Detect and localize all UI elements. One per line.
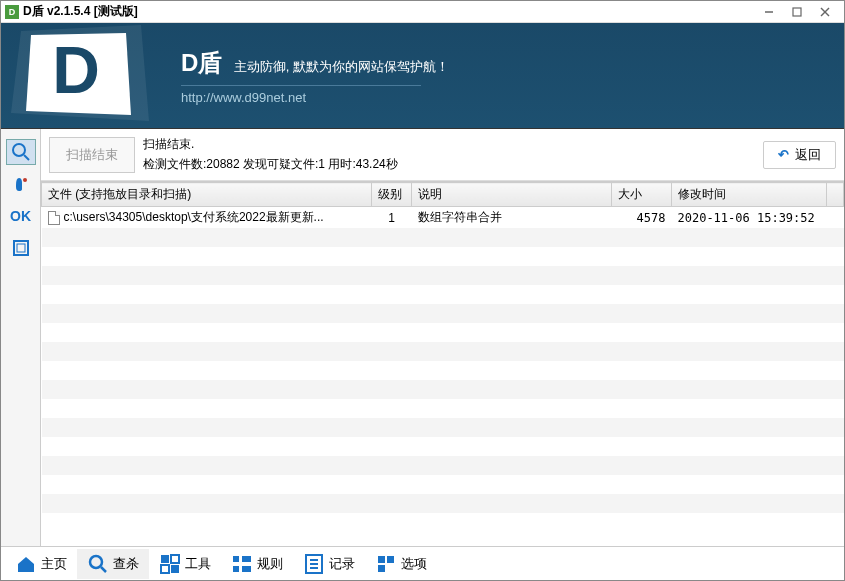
tools-icon — [159, 553, 181, 575]
svg-line-13 — [101, 567, 106, 572]
sidebar: OK — [1, 129, 41, 546]
nav-rules[interactable]: 规则 — [221, 549, 293, 579]
table-row-empty — [42, 456, 844, 475]
table-row-empty — [42, 285, 844, 304]
svg-text:D: D — [52, 33, 100, 107]
scan-button[interactable]: 扫描结束 — [49, 137, 135, 173]
table-row-empty — [42, 494, 844, 513]
col-header-size[interactable]: 大小 — [612, 183, 672, 207]
cell-file: c:\users\34305\desktop\支付系统2022最新更新... — [64, 210, 324, 224]
back-label: 返回 — [795, 146, 821, 164]
square-icon — [12, 239, 30, 257]
svg-rect-10 — [14, 241, 28, 255]
svg-point-9 — [23, 178, 27, 182]
search-icon — [11, 142, 31, 162]
table-row-empty — [42, 399, 844, 418]
svg-rect-16 — [161, 565, 169, 573]
window-title: D盾 v2.1.5.4 [测试版] — [23, 3, 762, 20]
nav-options-label: 选项 — [401, 555, 427, 573]
banner-title: D盾 — [181, 49, 222, 76]
svg-rect-28 — [378, 565, 385, 572]
nav-logs-label: 记录 — [329, 555, 355, 573]
file-icon — [48, 211, 60, 225]
nav-tools[interactable]: 工具 — [149, 549, 221, 579]
table-row-empty — [42, 418, 844, 437]
col-header-extra[interactable] — [827, 183, 844, 207]
minimize-button[interactable] — [762, 5, 776, 19]
nav-scan[interactable]: 查杀 — [77, 549, 149, 579]
col-header-time[interactable]: 修改时间 — [672, 183, 827, 207]
status-line-1: 扫描结束. — [143, 135, 755, 154]
hand-icon — [12, 175, 30, 193]
col-header-level[interactable]: 级别 — [372, 183, 412, 207]
titlebar: D D盾 v2.1.5.4 [测试版] — [1, 1, 844, 23]
sidebar-search-button[interactable] — [6, 139, 36, 165]
nav-options[interactable]: 选项 — [365, 549, 437, 579]
app-icon: D — [5, 5, 19, 19]
svg-rect-1 — [793, 8, 801, 16]
status-text: 扫描结束. 检测文件数:20882 发现可疑文件:1 用时:43.24秒 — [143, 135, 755, 173]
cell-level: 1 — [372, 207, 412, 229]
banner-url[interactable]: http://www.d99net.net — [181, 85, 421, 105]
svg-rect-20 — [242, 556, 251, 562]
cell-time: 2020-11-06 15:39:52 — [672, 207, 827, 229]
table-row[interactable]: c:\users\34305\desktop\支付系统2022最新更新... 1… — [42, 207, 844, 229]
close-button[interactable] — [818, 5, 832, 19]
logo: D — [1, 23, 161, 129]
table-row-empty — [42, 323, 844, 342]
table-row-empty — [42, 361, 844, 380]
toolbar: 扫描结束 扫描结束. 检测文件数:20882 发现可疑文件:1 用时:43.24… — [41, 129, 844, 181]
table-row-empty — [42, 266, 844, 285]
svg-rect-14 — [161, 555, 169, 563]
results-table[interactable]: 文件 (支持拖放目录和扫描) 级别 说明 大小 修改时间 c:\users\34… — [41, 181, 844, 546]
cell-size: 4578 — [612, 207, 672, 229]
options-icon — [375, 553, 397, 575]
svg-rect-27 — [387, 556, 394, 563]
svg-rect-19 — [233, 566, 239, 572]
svg-rect-17 — [171, 565, 179, 573]
home-icon — [15, 553, 37, 575]
table-row-empty — [42, 380, 844, 399]
cell-desc: 数组字符串合并 — [412, 207, 612, 229]
svg-point-12 — [90, 556, 102, 568]
table-row-empty — [42, 475, 844, 494]
rules-icon — [231, 553, 253, 575]
sidebar-gesture-button[interactable] — [6, 171, 36, 197]
col-header-desc[interactable]: 说明 — [412, 183, 612, 207]
table-row-empty — [42, 228, 844, 247]
logs-icon — [303, 553, 325, 575]
nav-rules-label: 规则 — [257, 555, 283, 573]
back-button[interactable]: ↶ 返回 — [763, 141, 836, 169]
svg-rect-21 — [242, 566, 251, 572]
svg-point-7 — [13, 144, 25, 156]
nav-scan-label: 查杀 — [113, 555, 139, 573]
search-icon — [87, 553, 109, 575]
svg-line-8 — [24, 155, 29, 160]
nav-logs[interactable]: 记录 — [293, 549, 365, 579]
table-row-empty — [42, 342, 844, 361]
banner: D D盾 主动防御, 默默为你的网站保驾护航！ http://www.d99ne… — [1, 23, 844, 129]
svg-rect-26 — [378, 556, 385, 563]
sidebar-ok-button[interactable]: OK — [6, 203, 36, 229]
col-header-file[interactable]: 文件 (支持拖放目录和扫描) — [42, 183, 372, 207]
status-line-2: 检测文件数:20882 发现可疑文件:1 用时:43.24秒 — [143, 155, 755, 174]
nav-tools-label: 工具 — [185, 555, 211, 573]
bottom-nav: 主页 查杀 工具 规则 记录 选项 — [1, 546, 844, 580]
table-row-empty — [42, 304, 844, 323]
nav-home[interactable]: 主页 — [5, 549, 77, 579]
sidebar-box-button[interactable] — [6, 235, 36, 261]
maximize-button[interactable] — [790, 5, 804, 19]
nav-home-label: 主页 — [41, 555, 67, 573]
svg-rect-11 — [17, 244, 25, 252]
table-row-empty — [42, 247, 844, 266]
banner-subtitle: 主动防御, 默默为你的网站保驾护航！ — [234, 59, 449, 74]
table-row-empty — [42, 437, 844, 456]
svg-rect-15 — [171, 555, 179, 563]
svg-rect-18 — [233, 556, 239, 562]
undo-icon: ↶ — [778, 147, 789, 162]
